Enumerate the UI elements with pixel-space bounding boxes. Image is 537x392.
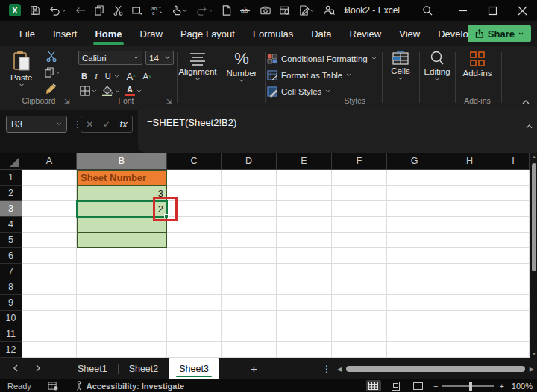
editing-button[interactable]: Editing xyxy=(421,51,453,81)
cell-E2[interactable] xyxy=(277,186,332,201)
cell-A5[interactable] xyxy=(22,233,77,248)
cell-G7[interactable] xyxy=(387,264,442,279)
cell-B6[interactable] xyxy=(77,248,167,264)
increase-font-size-button[interactable]: A^ xyxy=(127,69,136,83)
column-header-H[interactable]: H xyxy=(442,153,497,170)
cell-D8[interactable] xyxy=(222,279,277,295)
vertical-scrollbar[interactable]: ▲ ▼ xyxy=(530,153,537,358)
cell-F2[interactable] xyxy=(332,186,387,201)
cell-F5[interactable] xyxy=(332,233,387,248)
cell-C8[interactable] xyxy=(167,279,222,295)
bold-button[interactable]: B xyxy=(81,69,87,83)
tab-options-icon[interactable]: ⋮ xyxy=(322,364,331,374)
cell-A6[interactable] xyxy=(22,248,77,264)
cell-I5[interactable] xyxy=(497,233,530,248)
conditional-formatting-button[interactable]: Conditional Formatting xyxy=(267,51,377,66)
cell-C10[interactable] xyxy=(167,311,222,326)
cell-F3[interactable] xyxy=(332,201,387,217)
select-all-corner[interactable] xyxy=(0,153,22,170)
cell-D7[interactable] xyxy=(222,264,277,279)
close-button[interactable] xyxy=(507,0,537,21)
formula-input[interactable]: =SHEET(Sheet2!B2) xyxy=(138,110,537,153)
zoom-out-icon[interactable]: − xyxy=(433,382,438,391)
cell-E1[interactable] xyxy=(277,170,332,186)
save-icon[interactable] xyxy=(27,2,43,19)
cell-D6[interactable] xyxy=(222,248,277,264)
cell-D3[interactable] xyxy=(222,201,277,217)
zoom-thumb[interactable] xyxy=(469,382,472,391)
number-format-button[interactable]: % Number xyxy=(220,51,263,83)
underline-button[interactable]: U xyxy=(105,69,111,83)
sheet-tab-sheet3[interactable]: Sheet3 xyxy=(169,358,219,379)
column-header-F[interactable]: F xyxy=(332,153,387,170)
cell-F10[interactable] xyxy=(332,311,387,326)
people-search-icon[interactable] xyxy=(321,2,338,19)
horizontal-scrollbar[interactable]: ◀ ▶ xyxy=(337,363,534,375)
cell-D10[interactable] xyxy=(222,311,277,326)
column-header-E[interactable]: E xyxy=(277,153,332,170)
tab-data[interactable]: Data xyxy=(302,24,340,44)
zoom-in-icon[interactable]: + xyxy=(499,382,503,391)
alignment-button[interactable]: Alignment xyxy=(178,52,217,81)
zoom-level[interactable]: 100% xyxy=(512,382,533,391)
cell-B11[interactable] xyxy=(77,326,167,342)
decrease-font-size-button[interactable]: A˅ xyxy=(143,69,151,83)
workbook-statistics-icon[interactable] xyxy=(277,2,293,19)
cancel-icon[interactable]: ✕ xyxy=(86,119,93,130)
cell-A11[interactable] xyxy=(22,326,77,342)
tab-insert[interactable]: Insert xyxy=(44,24,87,44)
borders-button[interactable] xyxy=(80,86,97,96)
cell-A4[interactable] xyxy=(22,217,77,233)
tab-file[interactable]: File xyxy=(10,24,44,44)
format-painter-button[interactable] xyxy=(45,83,57,96)
horizontal-scroll-thumb[interactable] xyxy=(346,366,525,372)
touch-mouse-mode-icon[interactable] xyxy=(169,2,190,19)
tab-formulas[interactable]: Formulas xyxy=(244,24,302,44)
cell-B1[interactable]: Sheet Number xyxy=(77,170,167,186)
column-header-I[interactable]: I xyxy=(497,153,530,170)
cell-G9[interactable] xyxy=(387,295,442,311)
new-file-icon[interactable] xyxy=(219,2,234,19)
italic-button[interactable]: I xyxy=(95,69,98,83)
cell-G3[interactable] xyxy=(387,201,442,217)
cell-A3[interactable] xyxy=(22,201,77,217)
fill-color-button[interactable] xyxy=(101,86,120,96)
excel-logo-icon[interactable]: X xyxy=(6,2,24,19)
tab-review[interactable]: Review xyxy=(341,24,391,44)
cell-I2[interactable] xyxy=(497,186,530,201)
previous-sheet-icon[interactable] xyxy=(4,363,27,374)
cell-C7[interactable] xyxy=(167,264,222,279)
maximize-button[interactable] xyxy=(477,0,507,21)
redo-icon[interactable] xyxy=(193,2,216,19)
cell-E6[interactable] xyxy=(277,248,332,264)
camera-icon[interactable] xyxy=(257,2,274,19)
row-header-3[interactable]: 3 xyxy=(0,201,22,217)
find-replace-icon[interactable]: abc xyxy=(148,2,166,19)
page-break-preview-icon[interactable] xyxy=(411,380,426,391)
paste-picture-icon[interactable] xyxy=(129,2,145,19)
clipboard-dialog-launcher-icon[interactable]: ⇲ xyxy=(64,98,72,105)
cell-A9[interactable] xyxy=(22,295,77,311)
zoom-slider[interactable]: − + xyxy=(433,382,504,391)
macro-recording-icon[interactable] xyxy=(48,382,58,391)
cell-D9[interactable] xyxy=(222,295,277,311)
font-size-select[interactable]: 14 xyxy=(145,51,174,65)
cell-G1[interactable] xyxy=(387,170,442,186)
cell-E8[interactable] xyxy=(277,279,332,295)
cell-B5[interactable] xyxy=(77,233,167,248)
cell-F1[interactable] xyxy=(332,170,387,186)
row-header-8[interactable]: 8 xyxy=(0,279,22,295)
cell-F4[interactable] xyxy=(332,217,387,233)
undo-icon[interactable] xyxy=(46,2,69,19)
row-header-9[interactable]: 9 xyxy=(0,295,22,311)
font-dialog-launcher-icon[interactable]: ⇲ xyxy=(166,98,174,105)
cell-I12[interactable] xyxy=(497,342,530,358)
page-layout-view-icon[interactable] xyxy=(389,380,403,391)
addins-button[interactable]: Add-ins xyxy=(456,51,498,78)
cell-G4[interactable] xyxy=(387,217,442,233)
cell-H11[interactable] xyxy=(442,326,497,342)
cell-E4[interactable] xyxy=(277,217,332,233)
cell-H12[interactable] xyxy=(442,342,497,358)
cell-E3[interactable] xyxy=(277,201,332,217)
cell-E11[interactable] xyxy=(277,326,332,342)
